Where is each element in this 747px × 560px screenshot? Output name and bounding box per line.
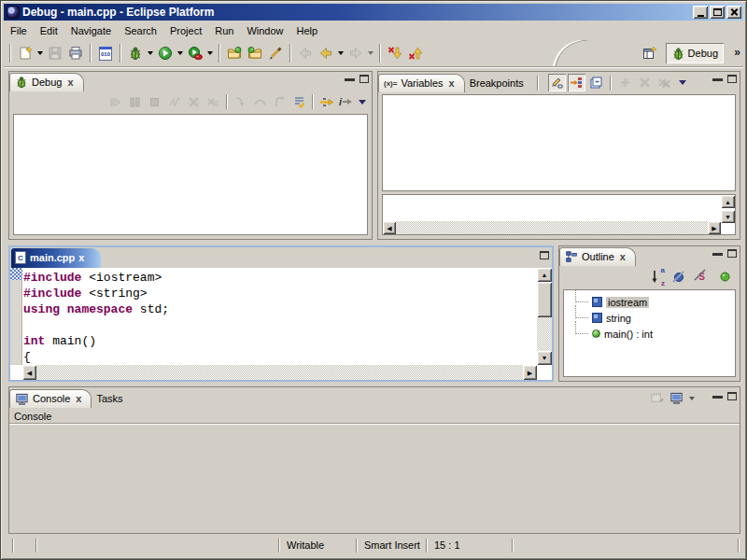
- remove-selected-button[interactable]: [636, 74, 654, 91]
- forward-dropdown[interactable]: [368, 51, 374, 55]
- menu-edit[interactable]: Edit: [34, 23, 64, 38]
- menu-search[interactable]: Search: [118, 23, 163, 38]
- editor-vertical-scrollbar[interactable]: ▲ ▼: [537, 268, 552, 365]
- variables-view-menu[interactable]: [679, 80, 686, 85]
- detail-vertical-scrollbar[interactable]: ▲ ▼: [721, 195, 735, 221]
- editor-horizontal-scrollbar[interactable]: ◀ ▶: [22, 365, 537, 380]
- open-perspective-button[interactable]: [640, 43, 660, 63]
- minimize-view-icon[interactable]: [345, 78, 355, 81]
- console-output-area[interactable]: [10, 426, 739, 532]
- terminate-button[interactable]: [146, 93, 163, 111]
- open-type-button[interactable]: [224, 43, 245, 63]
- back-button[interactable]: [316, 43, 336, 63]
- open-resource-button[interactable]: [245, 43, 265, 63]
- open-console-button[interactable]: [668, 389, 685, 407]
- debug-launch-button[interactable]: [125, 43, 146, 63]
- remove-all-button[interactable]: [655, 74, 673, 91]
- terminate-all-button[interactable]: [204, 93, 222, 111]
- next-annotation-button[interactable]: [385, 43, 405, 63]
- tab-main-cpp[interactable]: C main.cpp x: [11, 248, 101, 268]
- debug-tree-area[interactable]: [13, 114, 368, 235]
- console-description: Console: [14, 411, 51, 422]
- menu-navigate[interactable]: Navigate: [64, 23, 118, 38]
- detail-horizontal-scrollbar[interactable]: ◀ ▶: [383, 221, 721, 234]
- debug-view-menu[interactable]: [359, 100, 366, 105]
- run-launch-dropdown[interactable]: [177, 51, 183, 55]
- show-logical-structure-button[interactable]: [568, 74, 585, 91]
- maximize-editor-icon[interactable]: [540, 251, 549, 259]
- code-area[interactable]: #include <iostream> #include <string> us…: [23, 270, 536, 365]
- close-icon[interactable]: x: [76, 393, 81, 404]
- new-wizard-dropdown[interactable]: [37, 51, 43, 55]
- maximize-view-icon[interactable]: [727, 392, 737, 400]
- hide-static-members-button[interactable]: S: [693, 268, 711, 286]
- menu-file[interactable]: File: [4, 23, 34, 38]
- back-dropdown[interactable]: [338, 51, 344, 55]
- step-into-selection-button[interactable]: i: [337, 93, 355, 111]
- title-bar[interactable]: Debug - main.cpp - Eclipse Platform: [4, 4, 743, 21]
- toolbar-grip: [9, 44, 11, 63]
- terminate-remove-button[interactable]: [185, 93, 203, 111]
- perspective-more-chevron[interactable]: »: [734, 46, 740, 59]
- menu-help[interactable]: Help: [290, 23, 325, 38]
- print-button[interactable]: [65, 43, 86, 63]
- step-return-button[interactable]: [271, 93, 289, 111]
- tab-variables[interactable]: (x)= Variables x: [378, 74, 465, 92]
- step-over-button[interactable]: [251, 93, 269, 111]
- maximize-view-icon[interactable]: [359, 75, 369, 83]
- outline-item-main[interactable]: main() : int: [571, 326, 735, 342]
- external-tools-dropdown[interactable]: [207, 51, 213, 55]
- tab-breakpoints[interactable]: Breakpoints: [465, 74, 533, 92]
- menu-window[interactable]: Window: [240, 23, 289, 38]
- menu-run[interactable]: Run: [208, 23, 240, 38]
- close-icon[interactable]: x: [67, 77, 73, 88]
- add-variable-button[interactable]: [616, 74, 634, 91]
- step-into-button[interactable]: [232, 93, 249, 111]
- show-type-names-button[interactable]: [548, 74, 566, 91]
- external-tools-button[interactable]: [185, 43, 205, 63]
- open-console-dropdown[interactable]: [689, 397, 695, 400]
- collapse-all-button[interactable]: [587, 74, 605, 91]
- variables-view: (x)= Variables x Breakpoints: [377, 71, 740, 240]
- annotation-ruler[interactable]: [10, 268, 22, 365]
- menu-project[interactable]: Project: [163, 23, 208, 38]
- variables-detail-pane[interactable]: ▲ ▼ ◀ ▶: [382, 194, 736, 235]
- search-button[interactable]: [265, 43, 286, 63]
- new-wizard-button[interactable]: [15, 43, 35, 63]
- save-button[interactable]: [45, 43, 65, 63]
- outline-item-iostream[interactable]: iostream: [571, 294, 735, 310]
- maximize-view-icon[interactable]: [727, 75, 737, 83]
- resume-button[interactable]: [106, 93, 124, 111]
- disconnect-button[interactable]: [165, 93, 183, 111]
- use-step-filters-button[interactable]: [317, 93, 335, 111]
- window-close-button[interactable]: [726, 6, 741, 19]
- hide-non-public-button[interactable]: [716, 268, 734, 286]
- window-minimize-button[interactable]: [693, 6, 708, 19]
- sort-button[interactable]: a z: [646, 268, 664, 286]
- last-edit-location-button[interactable]: [295, 43, 316, 63]
- debug-launch-dropdown[interactable]: [148, 51, 153, 55]
- perspective-debug-button[interactable]: Debug: [666, 43, 724, 63]
- hide-fields-button[interactable]: [669, 268, 687, 286]
- tab-debug-view[interactable]: Debug x: [9, 73, 84, 91]
- show-console-button[interactable]: [290, 93, 308, 111]
- close-icon[interactable]: x: [449, 77, 455, 89]
- minimize-view-icon[interactable]: [712, 78, 723, 81]
- previous-annotation-button[interactable]: [405, 43, 426, 63]
- forward-button[interactable]: [345, 43, 366, 63]
- variables-tree-area[interactable]: [382, 94, 736, 191]
- tab-console[interactable]: Console x: [9, 389, 92, 408]
- binary-editor-button[interactable]: 010: [95, 43, 116, 63]
- run-launch-button[interactable]: [155, 43, 176, 63]
- minimize-view-icon[interactable]: [712, 253, 723, 256]
- minimize-view-icon[interactable]: [712, 396, 723, 399]
- maximize-view-icon[interactable]: [727, 249, 737, 258]
- tab-outline[interactable]: Outline x: [559, 247, 636, 266]
- close-icon[interactable]: x: [78, 252, 84, 263]
- close-icon[interactable]: x: [620, 251, 626, 262]
- tab-tasks[interactable]: Tasks: [92, 389, 132, 408]
- outline-item-string[interactable]: string: [571, 310, 735, 326]
- suspend-button[interactable]: [126, 93, 144, 111]
- window-maximize-button[interactable]: [710, 6, 725, 19]
- pin-console-button[interactable]: [648, 389, 666, 407]
